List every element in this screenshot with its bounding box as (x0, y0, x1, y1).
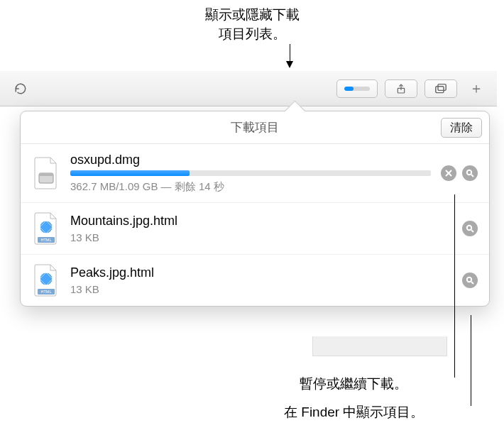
annotation-top-line1: 顯示或隱藏下載 (205, 6, 300, 25)
tabs-icon (434, 83, 448, 94)
safari-toolbar: ＋ (0, 71, 497, 106)
reveal-in-finder-button[interactable] (462, 221, 478, 236)
new-tab-button[interactable]: ＋ (464, 79, 488, 98)
downloads-toolbar-progress (344, 87, 370, 91)
dmg-file-icon (32, 156, 60, 190)
plus-icon: ＋ (469, 79, 483, 98)
download-meta: 13 KB (70, 283, 452, 295)
share-icon (395, 82, 407, 95)
popover-title: 下載項目 (231, 119, 279, 136)
reveal-in-finder-button[interactable] (462, 273, 478, 288)
annotation-show-in-finder: 在 Finder 中顯示項目。 (284, 403, 424, 422)
download-filename: osxupd.dmg (70, 153, 431, 167)
clear-button[interactable]: 清除 (441, 118, 482, 138)
download-info: Mountains.jpg.html 13 KB (70, 214, 452, 243)
downloads-list: osxupd.dmg 362.7 MB/1.09 GB — 剩餘 14 秒 (21, 144, 489, 306)
callout-arrow-top (286, 61, 293, 68)
annotation-top: 顯示或隱藏下載 項目列表。 (205, 6, 300, 43)
download-item: HTML Mountains.jpg.html 13 KB (21, 203, 489, 255)
reload-icon (14, 82, 27, 95)
svg-rect-4 (39, 173, 53, 176)
callout-line-reveal (471, 315, 471, 406)
download-meta: 362.7 MB/1.09 GB — 剩餘 14 秒 (70, 180, 431, 194)
callout-line-top (290, 44, 290, 62)
tab-strip-fragment (312, 336, 447, 356)
svg-text:HTML: HTML (41, 238, 52, 242)
magnifier-icon (466, 276, 474, 285)
download-progress-fill (70, 170, 190, 176)
callout-line-stop (454, 194, 455, 378)
downloads-popover: 下載項目 清除 osxupd.dmg 362.7 MB/1.09 GB — (20, 111, 490, 307)
download-meta: 13 KB (70, 231, 452, 243)
download-item: HTML Peaks.jpg.html 13 KB (21, 255, 489, 306)
svg-rect-1 (436, 86, 444, 92)
tabs-button[interactable] (424, 79, 457, 98)
download-actions (462, 273, 478, 288)
annotation-pause-resume: 暫停或繼續下載。 (300, 375, 407, 393)
reveal-in-finder-button[interactable] (462, 165, 478, 181)
download-filename: Mountains.jpg.html (70, 214, 452, 229)
download-filename: Peaks.jpg.html (70, 265, 452, 280)
download-info: Peaks.jpg.html 13 KB (70, 265, 452, 295)
downloads-button[interactable] (336, 79, 378, 98)
clear-button-label: 清除 (450, 121, 473, 136)
popover-header: 下載項目 清除 (21, 111, 489, 144)
svg-text:HTML: HTML (41, 290, 52, 294)
html-file-icon: HTML (32, 263, 60, 297)
downloads-toolbar-progress-fill (344, 87, 354, 91)
annotation-top-line2: 項目列表。 (205, 25, 300, 44)
download-actions (462, 221, 478, 236)
stop-x-icon (444, 169, 453, 177)
download-item: osxupd.dmg 362.7 MB/1.09 GB — 剩餘 14 秒 (21, 144, 489, 203)
share-button[interactable] (385, 79, 417, 98)
svg-point-10 (467, 226, 471, 230)
magnifier-icon (466, 224, 474, 233)
download-progress-bar (70, 170, 431, 176)
magnifier-icon (466, 169, 474, 177)
reload-button[interactable] (9, 79, 33, 98)
download-actions (441, 165, 478, 181)
svg-rect-2 (438, 84, 446, 90)
download-info: osxupd.dmg 362.7 MB/1.09 GB — 剩餘 14 秒 (70, 153, 431, 194)
html-file-icon: HTML (32, 211, 60, 246)
stop-download-button[interactable] (441, 165, 456, 181)
svg-point-5 (467, 170, 471, 175)
svg-point-15 (467, 277, 471, 282)
